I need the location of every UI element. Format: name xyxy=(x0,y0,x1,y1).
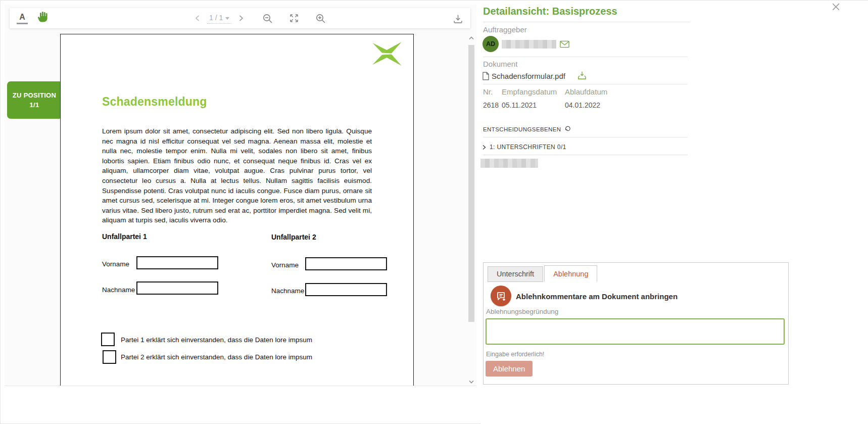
party2-last-name-input[interactable] xyxy=(305,283,387,296)
rejection-reason-textarea[interactable] xyxy=(486,318,785,345)
app-window: A 1 / 1 xyxy=(0,0,868,424)
validation-message: Eingabe erforderlich! xyxy=(486,351,544,358)
document-page: Schadensmeldung Lorem ipsum dolor sit am… xyxy=(60,34,414,386)
party1-heading: Unfallpartei 1 xyxy=(102,232,147,241)
download-icon xyxy=(453,14,463,24)
email-icon-button[interactable] xyxy=(560,40,569,50)
reject-button[interactable]: Ablehnen xyxy=(486,361,533,376)
chevron-right-icon xyxy=(482,145,487,150)
document-heading: Schadensmeldung xyxy=(102,95,207,109)
zoom-out-icon xyxy=(262,13,273,24)
divider xyxy=(483,155,688,155)
chevron-up-icon xyxy=(469,36,474,40)
envelope-icon xyxy=(560,40,569,48)
hand-icon xyxy=(36,11,49,25)
divider xyxy=(483,57,688,57)
redacted-client-name xyxy=(502,40,556,49)
party1-first-name-input[interactable] xyxy=(136,256,218,269)
flag-label-line1: ZU POSITION xyxy=(13,91,56,99)
meta-value-nr: 2618 xyxy=(483,101,499,109)
pdf-file-icon xyxy=(483,72,489,82)
close-button[interactable] xyxy=(832,3,842,13)
page-dropdown-caret-icon xyxy=(225,17,229,20)
detail-panel: Detailansicht: Basisprozess Auftraggeber… xyxy=(480,1,868,424)
decision-tab-panel: Unterschrift Ablehnung Ablehnkommentare … xyxy=(483,262,789,385)
signatures-level-label: 1: UNTERSCHRIFTEN 0/1 xyxy=(490,144,566,151)
panel-title: Detailansicht: Basisprozess xyxy=(483,6,690,22)
party1-consent-checkbox[interactable] xyxy=(101,333,115,346)
page-number-value: 1 / 1 xyxy=(209,14,223,22)
divider xyxy=(483,137,688,137)
rejection-reason-label: Ablehnungsbegründung xyxy=(486,308,558,315)
text-annotation-tool-button[interactable]: A xyxy=(17,12,28,24)
scroll-down-button[interactable] xyxy=(467,378,475,386)
fit-to-screen-button[interactable] xyxy=(289,13,299,23)
party1-first-name-label: Vorname xyxy=(102,260,129,268)
document-body-text: Lorem ipsum dolor sit amet, consectetur … xyxy=(102,126,372,225)
meta-header-expiry: Ablaufdatum xyxy=(565,87,607,96)
decision-levels-header: ENTSCHEIDUNGSEBENEN xyxy=(483,125,572,134)
attach-comments-label: Ablehnkommentare am Dokument anbringen xyxy=(516,292,678,301)
zoom-in-icon xyxy=(315,13,326,24)
party2-consent-checkbox[interactable] xyxy=(103,350,116,364)
expand-icon xyxy=(289,13,299,23)
flag-label-line2: 1/1 xyxy=(30,101,39,109)
meta-value-expiry: 04.01.2022 xyxy=(565,101,600,109)
party2-last-name-label: Nachname xyxy=(271,287,304,295)
signatures-level-expander[interactable]: 1: UNTERSCHRIFTEN 0/1 xyxy=(482,144,566,151)
download-document-button[interactable] xyxy=(452,13,463,24)
comment-plus-icon xyxy=(495,290,507,302)
party2-consent-label: Partei 2 erklärt sich einverstanden, das… xyxy=(121,353,312,361)
pdf-viewer: A 1 / 1 xyxy=(5,5,476,386)
party2-heading: Unfallpartei 2 xyxy=(271,233,316,241)
tab-signature[interactable]: Unterschrift xyxy=(488,266,543,282)
decision-levels-label: ENTSCHEIDUNGSEBENEN xyxy=(483,126,561,132)
meta-value-received: 05.11.2021 xyxy=(502,101,537,109)
viewer-toolbar: A 1 / 1 xyxy=(10,8,470,28)
previous-page-button[interactable] xyxy=(195,15,200,22)
zoom-out-button[interactable] xyxy=(262,13,273,24)
reload-levels-button[interactable] xyxy=(564,125,572,134)
redacted-signer-name xyxy=(480,159,538,168)
add-rejection-comment-button[interactable] xyxy=(491,286,511,306)
party1-last-name-label: Nachname xyxy=(102,286,135,294)
page-number-control[interactable]: 1 / 1 xyxy=(207,13,231,24)
tab-rejection[interactable]: Ablehnung xyxy=(544,265,597,282)
page-navigation: 1 / 1 xyxy=(195,8,326,28)
tab-strip: Unterschrift Ablehnung xyxy=(488,265,597,282)
client-section-label: Auftraggeber xyxy=(483,25,527,34)
pan-tool-button[interactable] xyxy=(36,12,49,25)
document-file-name: Schadensformular.pdf xyxy=(492,72,565,80)
avatar: AD xyxy=(483,36,499,52)
file-download-button[interactable] xyxy=(577,71,587,82)
document-section-label: Dokument xyxy=(483,60,517,68)
divider xyxy=(483,84,688,84)
file-download-icon xyxy=(577,71,587,80)
party2-first-name-input[interactable] xyxy=(305,257,387,270)
scrollbar-thumb[interactable] xyxy=(468,45,474,322)
party1-last-name-input[interactable] xyxy=(136,281,218,295)
flag-label: ZU POSITION 1/1 xyxy=(7,81,62,119)
zoom-in-button[interactable] xyxy=(315,13,326,24)
party2-first-name-label: Vorname xyxy=(271,261,299,269)
company-logo-icon xyxy=(371,42,402,66)
meta-header-received: Empfangsdatum xyxy=(502,87,557,96)
viewer-scrollbar xyxy=(467,34,475,386)
scroll-up-button[interactable] xyxy=(467,34,475,42)
text-tool-icon: A xyxy=(19,13,25,22)
next-page-button[interactable] xyxy=(238,15,244,22)
refresh-loop-icon xyxy=(564,125,572,132)
close-icon xyxy=(832,3,840,11)
meta-header-nr: Nr. xyxy=(483,87,493,96)
party1-consent-label: Partei 1 erklärt sich einverstanden, das… xyxy=(121,336,312,344)
chevron-down-icon xyxy=(469,380,474,384)
